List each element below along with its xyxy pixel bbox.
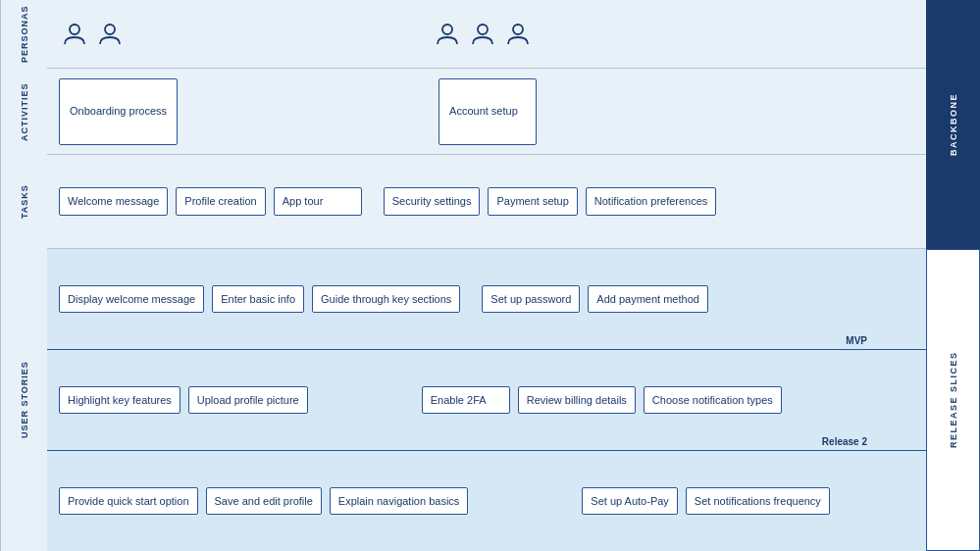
us-card-enable-2fa: Enable 2FA	[422, 386, 510, 414]
backbone-label: BACKBONE	[926, 0, 980, 249]
us-card-guide-sections: Guide through key sections	[312, 285, 460, 313]
personas-right	[432, 19, 534, 50]
us-card-notif-freq: Set notifications frequency	[686, 487, 830, 515]
us-card-highlight: Highlight key features	[59, 386, 181, 414]
tasks-label: TASKS	[0, 155, 47, 249]
activity-card-onboarding: Onboarding process	[59, 78, 178, 145]
us-card-review-billing: Review billing details	[518, 386, 636, 414]
svg-point-3	[478, 25, 488, 34]
task-card-welcome: Welcome message	[59, 187, 168, 215]
task-card-notification: Notification preferences	[586, 187, 717, 215]
us-card-add-payment: Add payment method	[588, 285, 708, 313]
persona-icon-1	[59, 19, 90, 50]
us-card-quick-start: Provide quick start option	[59, 487, 198, 515]
us-row-1: Display welcome message Enter basic info…	[47, 249, 926, 350]
task-card-app-tour: App tour	[274, 187, 362, 215]
personas-label: PERSONAS	[0, 0, 47, 69]
us-card-choose-notification: Choose notification types	[644, 386, 782, 414]
release-slices-label: RELEASE SLICES	[926, 249, 980, 551]
right-sidebar: BACKBONE RELEASE SLICES	[926, 0, 980, 551]
mvp-label: MVP	[846, 335, 867, 346]
svg-point-4	[513, 25, 523, 34]
us-row-3: Provide quick start option Save and edit…	[47, 451, 926, 551]
persona-icon-4	[467, 19, 498, 50]
personas-left	[59, 19, 275, 50]
task-card-security: Security settings	[384, 187, 481, 215]
us-card-enter-basic: Enter basic info	[212, 285, 304, 313]
persona-icon-5	[502, 19, 534, 50]
us-card-save-edit: Save and edit profile	[206, 487, 322, 515]
us-card-auto-pay: Set up Auto-Pay	[582, 487, 678, 515]
main-container: PERSONAS ACTIVITIES TASKS USER STORIES	[0, 0, 980, 551]
row-user-stories: Display welcome message Enter basic info…	[47, 249, 926, 551]
content-area: Onboarding process Account setup Welcome…	[47, 0, 926, 551]
release2-label: Release 2	[822, 436, 867, 447]
activities-label: ACTIVITIES	[0, 69, 47, 155]
us-card-setup-password: Set up password	[482, 285, 580, 313]
svg-point-2	[442, 25, 452, 34]
persona-icon-3	[432, 19, 463, 50]
us-card-display-welcome: Display welcome message	[59, 285, 204, 313]
persona-icon-2	[94, 19, 126, 50]
row-activities: Onboarding process Account setup	[47, 69, 926, 155]
task-card-payment: Payment setup	[488, 187, 577, 215]
row-labels: PERSONAS ACTIVITIES TASKS USER STORIES	[0, 0, 47, 551]
row-tasks: Welcome message Profile creation App tou…	[47, 155, 926, 249]
us-row-2: Highlight key features Upload profile pi…	[47, 350, 926, 451]
activity-card-account-setup: Account setup	[438, 78, 537, 145]
svg-point-0	[70, 25, 79, 34]
svg-point-1	[105, 25, 115, 34]
task-card-profile: Profile creation	[176, 187, 265, 215]
user-stories-label: USER STORIES	[0, 249, 47, 551]
us-card-explain-nav: Explain navigation basics	[330, 487, 469, 515]
row-personas	[47, 0, 926, 69]
us-card-upload-picture: Upload profile picture	[188, 386, 308, 414]
